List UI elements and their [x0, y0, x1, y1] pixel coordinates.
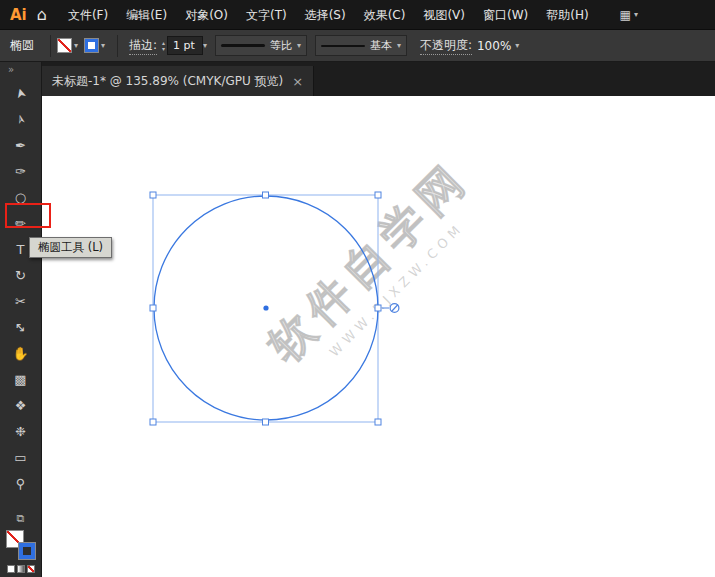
- swap-fill-stroke-icon[interactable]: ⧉: [17, 512, 25, 525]
- artboard-tool[interactable]: ▭: [0, 444, 41, 470]
- gradient-tool-icon: ▩: [14, 372, 26, 387]
- selection-tool-icon: ➤: [12, 86, 29, 100]
- menu-select[interactable]: 选择(S): [296, 0, 355, 30]
- workspace-grid-icon: ▦: [620, 8, 631, 22]
- selection-handle[interactable]: [375, 305, 381, 311]
- highlight-box: [5, 203, 51, 228]
- zoom-tool-icon: ⚲: [16, 476, 26, 491]
- stepper-arrows[interactable]: ▴ ▾: [162, 40, 165, 52]
- stepper-down-icon[interactable]: ▾: [162, 46, 165, 52]
- scale-tool-icon: ↔: [11, 318, 29, 336]
- fill-stroke-indicator[interactable]: [6, 530, 36, 560]
- document-tab-title: 未标题-1* @ 135.89% (CMYK/GPU 预览): [52, 73, 283, 90]
- document-tab[interactable]: 未标题-1* @ 135.89% (CMYK/GPU 预览) ×: [42, 66, 314, 96]
- symbol-sprayer-tool-icon: ❉: [15, 424, 26, 439]
- separator: [117, 35, 118, 57]
- opacity-label[interactable]: 不透明度:: [420, 37, 472, 55]
- stroke-weight-value[interactable]: 1 pt: [167, 36, 203, 55]
- menu-edit[interactable]: 编辑(E): [117, 0, 176, 30]
- selection-handle[interactable]: [150, 419, 156, 425]
- menu-effect[interactable]: 效果(C): [355, 0, 415, 30]
- chevron-down-icon: ▾: [101, 41, 105, 50]
- workspace-switcher[interactable]: ▦ ▾: [620, 8, 638, 22]
- control-bar: 椭圆 ▾ ▾ 描边: ▴ ▾ 1 pt ▾ 等比 ▾ 基本 ▾ 不透明度: 10…: [0, 30, 715, 62]
- selection-handle[interactable]: [150, 305, 156, 311]
- width-profile-value: 等比: [270, 38, 292, 53]
- width-profile-dropdown[interactable]: 等比 ▾: [215, 35, 307, 56]
- menu-type[interactable]: 文字(T): [237, 0, 296, 30]
- separator: [50, 35, 51, 57]
- fill-none-swatch[interactable]: [57, 38, 72, 53]
- pen-tool-icon: ✒: [15, 138, 26, 153]
- chevron-down-icon: ▾: [74, 41, 78, 50]
- direct-selection-tool[interactable]: ➢: [0, 106, 41, 132]
- brush-definition-dropdown[interactable]: 基本 ▾: [315, 35, 407, 56]
- rotate-tool[interactable]: ↻: [0, 262, 41, 288]
- type-tool-icon: T: [17, 242, 25, 257]
- menu-object[interactable]: 对象(O): [176, 0, 237, 30]
- menu-view[interactable]: 视图(V): [414, 0, 474, 30]
- color-mode-buttons: [7, 565, 35, 573]
- curvature-tool[interactable]: ✑: [0, 158, 41, 184]
- stroke-color-control[interactable]: ▾: [84, 38, 105, 53]
- hand-tool-icon: ✋: [12, 346, 28, 361]
- gradient-button[interactable]: [17, 565, 25, 573]
- tooltip: 椭圆工具 (L): [29, 237, 112, 258]
- rotate-tool-icon: ↻: [15, 268, 26, 283]
- chevron-down-icon: ▾: [297, 41, 301, 50]
- chevron-down-icon: ▾: [515, 41, 519, 50]
- zoom-tool[interactable]: ⚲: [0, 470, 41, 496]
- scale-tool[interactable]: ↔: [0, 314, 41, 340]
- selection-handle[interactable]: [375, 192, 381, 198]
- stroke-weight-stepper[interactable]: ▴ ▾ 1 pt ▾: [162, 36, 207, 55]
- curvature-tool-icon: ✑: [15, 164, 26, 179]
- gradient-tool[interactable]: ▩: [0, 366, 41, 392]
- selection-tool[interactable]: ➤: [0, 80, 41, 106]
- stroke-indicator[interactable]: [18, 542, 36, 560]
- none-button[interactable]: [27, 565, 35, 573]
- opacity-value: 100%: [477, 39, 511, 53]
- stroke-weight-label[interactable]: 描边:: [129, 37, 157, 55]
- direct-selection-tool-icon: ➢: [12, 112, 29, 126]
- active-tool-label: 椭圆: [0, 37, 44, 54]
- tooltip-text: 椭圆工具 (L): [38, 240, 103, 254]
- scissors-tool-icon: ✂: [15, 294, 26, 309]
- center-point[interactable]: [263, 305, 268, 310]
- selection-handle[interactable]: [375, 419, 381, 425]
- menu-help[interactable]: 帮助(H): [537, 0, 597, 30]
- tools-panel: » ➤ ➢ ✒ ✑ ○ ✏ T ↻ ✂ ↔ ✋ ▩ ❖ ❉ ▭ ⚲ ⧉: [0, 62, 42, 577]
- stroke-color-swatch[interactable]: [84, 38, 99, 53]
- toolbar-bottom-cluster: ⧉: [6, 512, 36, 577]
- menu-window[interactable]: 窗口(W): [474, 0, 537, 30]
- artboard-canvas[interactable]: 软件自学网 WWW.RJXZW.COM: [42, 96, 715, 577]
- width-profile-preview: [221, 44, 265, 47]
- selection-overlay: [42, 96, 715, 577]
- selection-handle[interactable]: [150, 192, 156, 198]
- home-icon[interactable]: ⌂: [37, 5, 47, 24]
- brush-preview: [321, 45, 365, 47]
- artboard-tool-icon: ▭: [14, 450, 26, 465]
- chevron-down-icon: ▾: [634, 10, 638, 19]
- blend-tool-icon: ❖: [15, 398, 27, 413]
- close-icon[interactable]: ×: [292, 74, 303, 89]
- brush-definition-value: 基本: [370, 38, 392, 53]
- color-button[interactable]: [7, 565, 15, 573]
- opacity-dropdown[interactable]: 100% ▾: [477, 39, 519, 53]
- menu-file[interactable]: 文件(F): [59, 0, 117, 30]
- scissors-tool[interactable]: ✂: [0, 288, 41, 314]
- chevron-down-icon: ▾: [397, 41, 401, 50]
- blend-tool[interactable]: ❖: [0, 392, 41, 418]
- hand-tool[interactable]: ✋: [0, 340, 41, 366]
- toolbar-expand-button[interactable]: »: [0, 62, 41, 80]
- symbol-sprayer-tool[interactable]: ❉: [0, 418, 41, 444]
- menu-bar: Ai ⌂ 文件(F) 编辑(E) 对象(O) 文字(T) 选择(S) 效果(C)…: [0, 0, 715, 30]
- pen-tool[interactable]: ✒: [0, 132, 41, 158]
- chevron-down-icon: ▾: [203, 41, 207, 50]
- fill-color-control[interactable]: ▾: [57, 38, 78, 53]
- document-tab-strip: 未标题-1* @ 135.89% (CMYK/GPU 预览) ×: [42, 62, 715, 96]
- selection-handle[interactable]: [263, 419, 269, 425]
- app-logo[interactable]: Ai: [10, 6, 27, 24]
- selection-handle[interactable]: [263, 192, 269, 198]
